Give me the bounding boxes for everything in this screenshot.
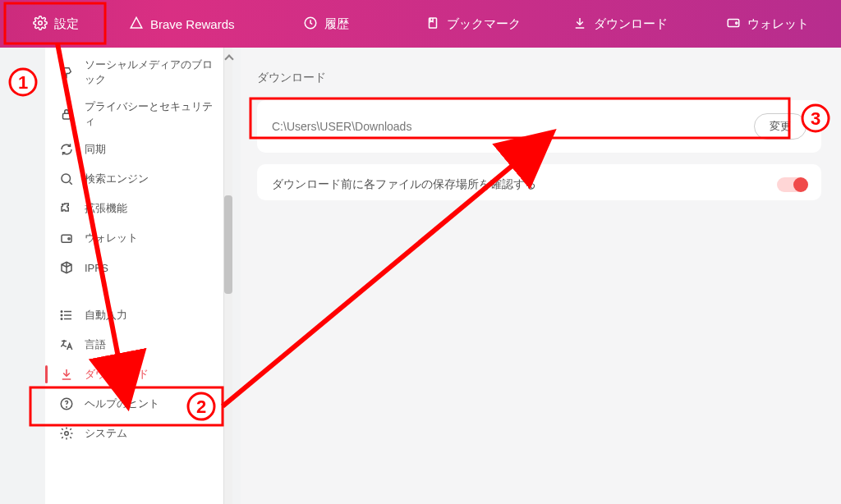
confirm-toggle[interactable] [777, 177, 807, 192]
lock-icon [58, 106, 75, 122]
sidebar-item-download[interactable]: ダウンロード [45, 360, 223, 389]
topbar-downloads-label: ダウンロード [594, 16, 668, 32]
download-path: C:\Users\USER\Downloads [272, 120, 411, 133]
svg-point-8 [68, 238, 70, 240]
svg-point-11 [61, 318, 62, 320]
sidebar-scrollbar[interactable] [224, 48, 232, 504]
sidebar-item-label: 拡張機能 [85, 201, 127, 216]
gear-icon [33, 16, 48, 33]
sidebar-item-label: IPFS [85, 262, 108, 274]
svg-point-0 [38, 21, 42, 25]
svg-point-4 [736, 21, 738, 23]
wallet-icon [726, 16, 741, 33]
topbar-rewards-label: Brave Rewards [150, 17, 235, 31]
svg-point-13 [67, 407, 67, 408]
topbar-wallet-label: ウォレット [747, 16, 809, 32]
topbar-downloads[interactable]: ダウンロード [547, 0, 694, 48]
sidebar-item-language[interactable]: 言語 [45, 330, 223, 360]
svg-point-6 [62, 174, 71, 183]
bookmark-icon [425, 16, 440, 33]
thumbs-down-icon [58, 64, 75, 80]
history-icon [303, 16, 318, 33]
svg-point-10 [61, 314, 62, 316]
svg-point-14 [65, 432, 69, 436]
language-icon [58, 337, 75, 353]
sidebar-item-label: 言語 [85, 337, 106, 352]
settings-sidebar: ソーシャルメディアのブロック プライバシーとセキュリティ 同期 検索エンジン 拡… [45, 48, 224, 504]
topbar-history-label: 履歴 [324, 16, 349, 32]
sidebar-item-label: 同期 [85, 142, 106, 157]
left-margin [0, 48, 45, 504]
sidebar-item-label: ヘルプのヒント [85, 396, 159, 411]
gear-icon [58, 425, 75, 442]
topbar-bookmarks-label: ブックマーク [447, 16, 521, 32]
sidebar-item-sync[interactable]: 同期 [45, 135, 223, 164]
sidebar-item-privacy[interactable]: プライバシーとセキュリティ [45, 93, 223, 135]
sidebar-item-label: システム [85, 426, 127, 441]
sync-icon [58, 141, 75, 158]
sidebar-item-label: 検索エンジン [85, 172, 149, 186]
help-icon [58, 396, 75, 412]
sidebar-item-system[interactable]: システム [45, 419, 223, 448]
topbar-settings[interactable]: 設定 [0, 0, 111, 48]
download-icon [572, 16, 587, 33]
cube-icon [58, 259, 75, 276]
sidebar-item-label: ソーシャルメディアのブロック [85, 57, 214, 86]
sidebar-item-wallet[interactable]: ウォレット [45, 223, 223, 253]
svg-rect-5 [63, 113, 71, 119]
topbar-wallet[interactable]: ウォレット [694, 0, 841, 48]
sidebar-item-social-block[interactable]: ソーシャルメディアのブロック [45, 51, 223, 93]
sidebar-item-autofill[interactable]: 自動入力 [45, 300, 223, 330]
sidebar-item-label: プライバシーとセキュリティ [85, 99, 214, 128]
topbar-rewards[interactable]: Brave Rewards [111, 0, 253, 48]
wallet-icon [58, 230, 75, 246]
puzzle-icon [58, 200, 75, 217]
sidebar-item-label: 自動入力 [85, 308, 127, 323]
sidebar-item-label: ダウンロード [85, 367, 149, 382]
sidebar-item-search[interactable]: 検索エンジン [45, 164, 223, 194]
topbar-settings-label: 設定 [54, 16, 79, 32]
download-icon [58, 366, 75, 383]
triangle-icon [129, 16, 144, 33]
section-title: ダウンロード [257, 71, 821, 85]
list-icon [58, 307, 75, 323]
sidebar-item-extensions[interactable]: 拡張機能 [45, 194, 223, 223]
topbar: 設定 Brave Rewards 履歴 ブックマーク ダウンロード ウォレット [0, 0, 841, 48]
sidebar-item-help[interactable]: ヘルプのヒント [45, 389, 223, 419]
search-icon [58, 171, 75, 187]
svg-point-9 [61, 311, 62, 313]
download-path-card: C:\Users\USER\Downloads 変更 [257, 100, 821, 153]
sidebar-item-ipfs[interactable]: IPFS [45, 253, 223, 282]
change-button[interactable]: 変更 [754, 113, 807, 140]
sidebar-item-label: ウォレット [85, 231, 138, 245]
download-confirm-card: ダウンロード前に各ファイルの保存場所を確認する [257, 164, 821, 200]
confirm-label: ダウンロード前に各ファイルの保存場所を確認する [272, 177, 536, 192]
topbar-history[interactable]: 履歴 [253, 0, 400, 48]
topbar-bookmarks[interactable]: ブックマーク [400, 0, 547, 48]
main-panel: ダウンロード C:\Users\USER\Downloads 変更 ダウンロード… [241, 48, 841, 504]
scrollbar-thumb[interactable] [224, 195, 232, 294]
